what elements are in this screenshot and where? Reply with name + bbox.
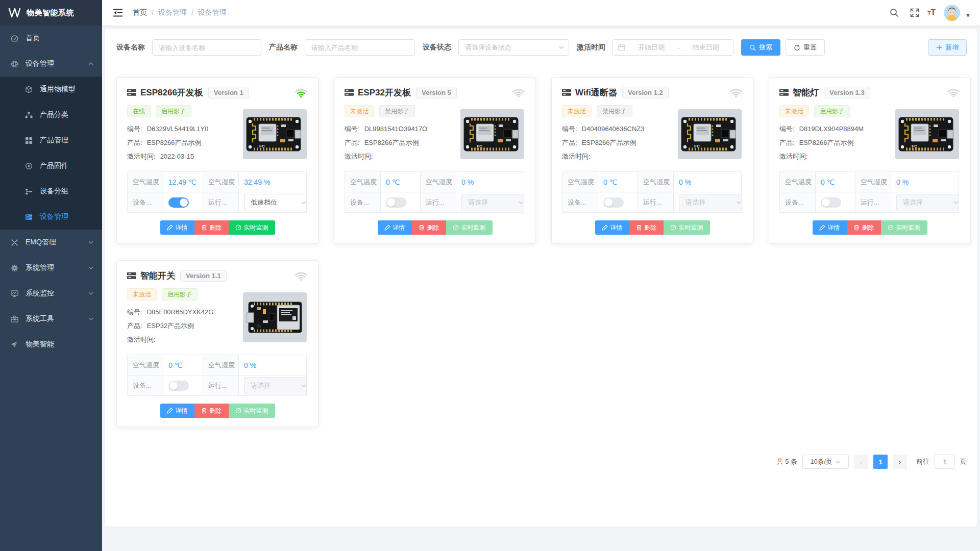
sidebar-item-label: 设备管理 (40, 212, 68, 221)
detail-button[interactable]: 详情 (813, 220, 847, 235)
monitor-button: 实时监测 (664, 220, 710, 235)
detail-button[interactable]: 详情 (595, 220, 629, 235)
sidebar-item-device-list[interactable]: 设备管理 (0, 204, 102, 230)
sidebar-item-device-management[interactable]: 设备管理 (0, 51, 102, 77)
reset-button[interactable]: 重置 (786, 39, 825, 56)
search-icon[interactable] (887, 5, 902, 20)
pagination-total: 共 5 条 (777, 457, 797, 466)
avatar[interactable] (944, 5, 960, 21)
goto-label: 前往 (916, 457, 929, 466)
cube-icon (24, 85, 33, 93)
monitor-button: 实时监测 (446, 220, 493, 235)
font-size-icon[interactable]: TT (927, 8, 936, 17)
serial-value: D40409640636CNZ3 (582, 125, 645, 133)
product-label: 产品: (779, 139, 795, 146)
delete-button[interactable]: 删除 (412, 220, 446, 235)
device-switch-toggle[interactable] (386, 197, 406, 208)
filter-active-time: 激活时间 开始日期 - 结束日期 (577, 39, 733, 56)
product-name-input[interactable] (305, 39, 415, 56)
wifi-status-icon (729, 88, 743, 98)
date-range-picker[interactable]: 开始日期 - 结束日期 (612, 39, 733, 56)
page-size-select[interactable]: 10条/页 (802, 455, 849, 469)
device-icon (562, 89, 571, 96)
sidebar-item-device-group[interactable]: 设备分组 (0, 179, 102, 204)
product-label: 产品: (345, 139, 360, 146)
humidity-value: 32.49 % (239, 172, 307, 192)
main-content: 设备名称 产品名称 设备状态 请选择设备状态 激活时间 (102, 26, 980, 551)
product-value: ESP8266产品示例 (582, 139, 636, 146)
device-name: ESP32开发板 (358, 87, 411, 98)
firmware-icon (24, 162, 33, 170)
product-name-label: 产品名称 (269, 43, 298, 52)
serial-label: 编号: (779, 125, 795, 133)
app-logo-icon (8, 8, 21, 18)
calendar-icon (618, 44, 625, 51)
delete-button[interactable]: 删除 (847, 220, 881, 235)
device-card: ESP8266开发板Version 1在线启用影子编号:D6329VL54419… (116, 77, 318, 244)
sidebar-item-system-tools[interactable]: 系统工具 (0, 306, 102, 332)
status-tag: 禁用影子 (379, 105, 415, 117)
detail-button[interactable]: 详情 (160, 404, 194, 418)
delete-button[interactable]: 删除 (629, 220, 664, 235)
end-date-placeholder: 结束日期 (684, 43, 728, 52)
device-image: FC (243, 109, 307, 159)
sidebar-item-product-management[interactable]: 产品管理 (0, 128, 102, 153)
device-name-input[interactable] (152, 39, 261, 56)
monitor-button: 实时监测 (229, 404, 275, 418)
chevron-down-icon[interactable]: ▼ (965, 12, 971, 18)
status-tag: 未激活 (562, 105, 592, 117)
filter-device-status: 设备状态 请选择设备状态 (423, 39, 569, 56)
sidebar-item-product-firmware[interactable]: 产品固件 (0, 153, 102, 179)
delete-button[interactable]: 删除 (194, 404, 229, 418)
device-switch-toggle[interactable] (821, 197, 841, 208)
device-name: 智能开关 (140, 270, 175, 282)
run-mode-label: 运行... (638, 192, 674, 213)
detail-button[interactable]: 详情 (160, 220, 194, 235)
dashboard-icon (10, 34, 18, 42)
sidebar-item-emq-management[interactable]: EMQ管理 (0, 230, 102, 255)
device-name: ESP8266开发板 (140, 87, 203, 98)
fullscreen-icon[interactable] (907, 5, 922, 20)
sidebar-item-thing-model[interactable]: 通用物模型 (0, 77, 102, 102)
add-button[interactable]: 新增 (928, 39, 967, 56)
chevron-down-icon (301, 199, 307, 206)
chevron-down-icon (88, 316, 94, 322)
sidebar-item-system-management[interactable]: 系统管理 (0, 255, 102, 281)
detail-button[interactable]: 详情 (378, 220, 412, 235)
chevron-down-icon (558, 44, 565, 51)
next-page-button[interactable]: › (893, 455, 907, 469)
device-switch-toggle[interactable] (603, 197, 624, 208)
filter-product-name: 产品名称 (269, 39, 415, 56)
sidebar-item-home[interactable]: 首页 (0, 26, 102, 51)
grid-icon (24, 136, 33, 144)
app-title: 物美智能系统 (27, 8, 74, 18)
run-mode-select[interactable]: 低速档位 (244, 194, 307, 211)
sidebar-item-product-category[interactable]: 产品分类 (0, 102, 102, 128)
device-status-select[interactable]: 请选择设备状态 (458, 39, 569, 56)
monitor-button[interactable]: 实时监测 (229, 220, 275, 235)
device-switch-toggle[interactable] (168, 381, 189, 391)
sidebar-fold-icon[interactable] (111, 7, 125, 19)
sidebar-item-label: 系统工具 (26, 314, 54, 323)
breadcrumb: 首页 / 设备管理 / 设备管理 (133, 8, 227, 17)
sidebar-item-wumei-smart[interactable]: 物美智能 (0, 332, 102, 357)
navbar-tools: TT ▼ (887, 5, 971, 21)
breadcrumb-device-management[interactable]: 设备管理 (158, 8, 187, 17)
sidebar-item-system-monitor[interactable]: 系统监控 (0, 281, 102, 306)
search-button[interactable]: 搜索 (741, 39, 780, 56)
current-page[interactable]: 1 (873, 455, 888, 469)
emq-icon (10, 238, 18, 246)
device-switch-toggle[interactable] (168, 197, 189, 208)
device-name-label: 设备名称 (116, 43, 145, 52)
version-badge: Version 1 (208, 87, 249, 98)
delete-button[interactable]: 删除 (194, 220, 229, 235)
page-suffix: 页 (960, 457, 967, 466)
metrics-table: 空气温度0 ℃空气湿度0 %设备...运行...请选择 (127, 355, 307, 396)
breadcrumb-home[interactable]: 首页 (133, 8, 147, 17)
product-value: ESP8266产品示例 (364, 139, 419, 146)
status-tag: 启用影子 (162, 288, 198, 300)
sidebar-item-label: EMQ管理 (26, 238, 56, 247)
prev-page-button[interactable]: ‹ (854, 455, 868, 469)
status-tag: 未激活 (127, 288, 157, 300)
goto-page-input[interactable] (935, 455, 955, 469)
